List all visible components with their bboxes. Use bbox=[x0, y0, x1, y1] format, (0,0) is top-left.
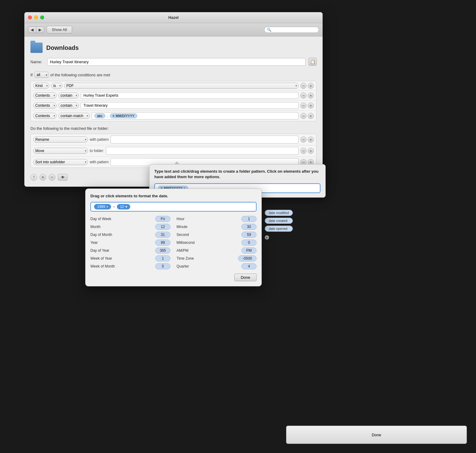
add-condition-2[interactable]: + bbox=[308, 92, 314, 99]
remove-condition-4[interactable]: − bbox=[300, 113, 306, 119]
val-month[interactable]: 12 bbox=[155, 224, 170, 230]
add-rule-button[interactable]: + bbox=[40, 174, 46, 181]
op-select-4[interactable]: contain match bbox=[58, 113, 90, 119]
pattern-overlay-hint: Type text and click/drag elements to cre… bbox=[154, 169, 320, 180]
if-label: If bbox=[30, 73, 33, 77]
val-week-of-year[interactable]: 1 bbox=[155, 255, 170, 261]
val-year[interactable]: 99 bbox=[155, 240, 170, 246]
tag-date-modified[interactable]: date modified bbox=[265, 210, 293, 216]
nav-btn-group: ◀ ▶ bbox=[28, 26, 44, 33]
field-select-4[interactable]: Contents bbox=[33, 113, 57, 119]
action-select-1[interactable]: Rename bbox=[33, 137, 88, 143]
conditions-header: If all any of the following conditions a… bbox=[30, 72, 317, 78]
op-select-wrap-2: contain bbox=[58, 92, 79, 99]
cond-value-3[interactable] bbox=[81, 102, 299, 109]
op-select-3[interactable]: contain bbox=[58, 102, 79, 109]
tag-date-created[interactable]: date created bbox=[265, 218, 293, 224]
add-condition-3[interactable]: + bbox=[308, 102, 314, 109]
maximize-button[interactable] bbox=[40, 16, 44, 19]
traffic-lights bbox=[28, 16, 44, 19]
pattern-token-date[interactable]: MM/D/YYYY bbox=[110, 113, 137, 118]
back-button[interactable]: ◀ bbox=[28, 27, 36, 33]
field-select-wrap-3: Contents bbox=[33, 102, 57, 109]
val-week-of-month[interactable]: 5 bbox=[155, 263, 170, 269]
val-millisecond[interactable]: 0 bbox=[241, 240, 257, 246]
date-field-row-month: Month 12 bbox=[90, 224, 170, 230]
op-select-1[interactable]: is bbox=[51, 83, 62, 89]
remove-action-2[interactable]: − bbox=[300, 148, 306, 154]
cond-value-2[interactable] bbox=[81, 92, 299, 99]
remove-condition-2[interactable]: − bbox=[300, 92, 306, 99]
val-ampm[interactable]: PM bbox=[241, 247, 257, 254]
action-row-1: Rename with pattern − + bbox=[31, 134, 316, 145]
date-field-row-millisecond: Millisecond 0 bbox=[177, 240, 257, 246]
preview-button[interactable]: 👁 bbox=[58, 174, 68, 181]
search-box: 🔍 bbox=[264, 27, 319, 33]
month-value: 12 bbox=[120, 205, 124, 209]
plus-minus-4: − + bbox=[300, 113, 314, 119]
search-icon: 🔍 bbox=[267, 28, 271, 32]
tag-date-opened[interactable]: date opened bbox=[265, 226, 293, 232]
show-all-button[interactable]: Show All bbox=[47, 26, 72, 33]
plus-minus-1: − + bbox=[300, 83, 314, 89]
year-token[interactable]: 1999 ▾ bbox=[94, 204, 111, 209]
val-day-of-week[interactable]: Fri bbox=[155, 216, 170, 222]
label-hour: Hour bbox=[177, 217, 204, 221]
action-select-wrap-2: Move bbox=[33, 148, 88, 154]
add-condition-4[interactable]: + bbox=[308, 113, 314, 119]
label-millisecond: Millisecond bbox=[177, 240, 204, 245]
label-year: Year bbox=[90, 240, 118, 245]
remove-rule-button[interactable]: − bbox=[49, 174, 55, 181]
token-dot bbox=[113, 115, 114, 117]
date-field-row-hour: Hour 1 bbox=[177, 216, 257, 222]
rule-name-input[interactable] bbox=[47, 58, 306, 66]
label-week-of-month: Week of Month bbox=[90, 264, 118, 268]
condition-row: Contents contain − + bbox=[31, 91, 316, 101]
action-select-2[interactable]: Move bbox=[33, 148, 88, 154]
field-select-3[interactable]: Contents bbox=[33, 102, 57, 109]
val-hour[interactable]: 1 bbox=[241, 216, 257, 222]
val-timezone[interactable]: -0500 bbox=[238, 255, 257, 261]
add-condition-1[interactable]: + bbox=[308, 83, 314, 89]
val-day-of-month[interactable]: 31 bbox=[155, 232, 170, 238]
qualifier-select[interactable]: all any bbox=[34, 72, 48, 78]
dialog-done-button[interactable]: Done bbox=[234, 274, 257, 281]
date-field-row-day-of-year: Day of Year 365 bbox=[90, 247, 170, 254]
title-bar: Hazel bbox=[24, 12, 323, 23]
val-second[interactable]: 59 bbox=[241, 232, 257, 238]
note-icon[interactable]: 📋 bbox=[309, 58, 317, 66]
close-button[interactable] bbox=[28, 16, 32, 19]
conditions-table: Kind is PDF − + bbox=[30, 81, 317, 121]
forward-button[interactable]: ▶ bbox=[36, 27, 44, 33]
val-minute[interactable]: 30 bbox=[241, 224, 257, 230]
add-action-1[interactable]: + bbox=[308, 137, 314, 143]
field-select-1[interactable]: Kind bbox=[33, 83, 49, 89]
date-field-row-week-of-year: Week of Year 1 bbox=[90, 255, 170, 261]
op-select-2[interactable]: contain bbox=[58, 92, 79, 99]
remove-action-1[interactable]: − bbox=[300, 137, 306, 143]
field-select-2[interactable]: Contents bbox=[33, 92, 57, 99]
label-month: Month bbox=[90, 225, 118, 229]
search-input[interactable] bbox=[273, 28, 316, 32]
condition-row: Kind is PDF − + bbox=[31, 81, 316, 91]
month-token[interactable]: 12 ▾ bbox=[117, 204, 130, 209]
remove-condition-3[interactable]: − bbox=[300, 102, 306, 109]
val-quarter[interactable]: 4 bbox=[241, 263, 257, 269]
remove-condition-1[interactable]: − bbox=[300, 83, 306, 89]
action-select-wrap-1: Rename bbox=[33, 137, 88, 143]
with-label-1: with pattern bbox=[90, 137, 109, 142]
pattern-token-abc[interactable]: abc bbox=[94, 113, 105, 118]
op-select-wrap-4: contain match bbox=[58, 113, 90, 119]
val-select-1[interactable]: PDF bbox=[64, 83, 299, 89]
date-dialog-title: Drag or click elements to format the dat… bbox=[90, 194, 257, 198]
main-done-button[interactable]: Done bbox=[286, 426, 467, 444]
year-arrow: ▾ bbox=[107, 205, 108, 208]
label-quarter: Quarter bbox=[177, 264, 204, 268]
action-row-2: Move to folder: − + bbox=[31, 145, 316, 157]
minimize-button[interactable] bbox=[34, 16, 38, 19]
add-action-2[interactable]: + bbox=[308, 148, 314, 154]
action-select-3[interactable]: Sort into subfolder bbox=[33, 159, 88, 165]
help-button[interactable]: ? bbox=[30, 174, 37, 181]
date-token-text: MM/D/YYYY bbox=[116, 114, 135, 118]
val-day-of-year[interactable]: 365 bbox=[155, 247, 170, 254]
